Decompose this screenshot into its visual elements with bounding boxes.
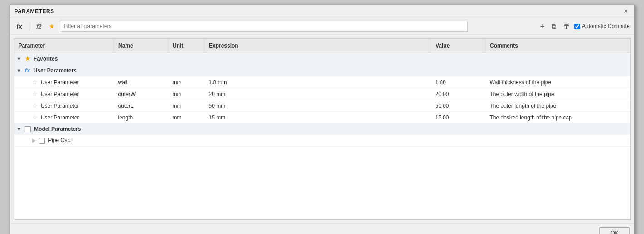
- col-header-parameter: Parameter: [14, 39, 114, 53]
- delete-button[interactable]: 🗑: [561, 21, 572, 31]
- row-unit-1[interactable]: mm: [168, 76, 204, 88]
- pipe-cap-expression: [204, 135, 431, 146]
- filter-input[interactable]: [60, 21, 468, 32]
- favorites-chevron[interactable]: ▼: [17, 56, 22, 62]
- row-expression-4[interactable]: 15 mm: [204, 112, 431, 124]
- table-row: ☆ User Parameter outerL mm 50 mm 50.00 T…: [14, 100, 630, 112]
- col-header-expression: Expression: [204, 39, 431, 53]
- row-comments-2[interactable]: The outer width of the pipe: [485, 88, 630, 100]
- row-value-3: 50.00: [431, 100, 485, 112]
- user-params-label: User Parameters: [34, 67, 77, 74]
- pipe-cap-label: Pipe Cap: [48, 137, 70, 143]
- row-star-1[interactable]: ☆: [32, 79, 38, 86]
- row-param-label-3: User Parameter: [41, 103, 79, 109]
- row-star-4[interactable]: ☆: [32, 114, 38, 121]
- table-row: ▶ Pipe Cap: [14, 135, 630, 146]
- row-expression-1[interactable]: 1.8 mm: [204, 76, 431, 88]
- fx-button[interactable]: fx: [15, 21, 24, 31]
- user-params-section-row: ▼ fx User Parameters: [14, 65, 630, 76]
- star-filter-icon: ★: [49, 23, 55, 30]
- copy-button[interactable]: ⧉: [549, 21, 559, 32]
- auto-compute-label[interactable]: Automatic Compute: [574, 23, 629, 29]
- fx-icon: fx: [17, 23, 22, 30]
- row-name-3[interactable]: outerL: [114, 100, 168, 112]
- model-params-label: Model Parameters: [34, 126, 81, 132]
- parameters-dialog: PARAMETERS × fx f2 ★ + ⧉ 🗑 Automatic Com…: [10, 5, 635, 234]
- row-unit-3[interactable]: mm: [168, 100, 204, 112]
- row-param-label-4: User Parameter: [41, 115, 79, 121]
- row-comments-1[interactable]: Wall thickness of the pipe: [485, 76, 630, 88]
- row-comments-3[interactable]: The outer length of the pipe: [485, 100, 630, 112]
- content-area: Parameter Name Unit Expression Value Com…: [10, 35, 634, 223]
- dialog-title: PARAMETERS: [15, 8, 54, 14]
- params-table-wrapper: Parameter Name Unit Expression Value Com…: [14, 38, 631, 220]
- delete-icon: 🗑: [563, 23, 570, 30]
- row-star-2[interactable]: ☆: [32, 91, 38, 97]
- row-value-1: 1.80: [431, 76, 485, 88]
- close-button[interactable]: ×: [622, 8, 629, 15]
- table-row: ☆ User Parameter wall mm 1.8 mm 1.80 Wal…: [14, 76, 630, 88]
- pipe-cap-value: [431, 135, 485, 146]
- favorites-section-row: ▼ ★ Favorites: [14, 53, 630, 65]
- toolbar-right: + ⧉ 🗑 Automatic Compute: [537, 21, 630, 32]
- add-button[interactable]: +: [537, 21, 547, 32]
- row-parameter-2: ☆ User Parameter: [14, 88, 114, 100]
- model-params-chevron[interactable]: ▼: [17, 126, 22, 132]
- row-name-4[interactable]: length: [114, 112, 168, 124]
- row-unit-4[interactable]: mm: [168, 112, 204, 124]
- table-row: ☆ User Parameter length mm 15 mm 15.00 T…: [14, 112, 630, 124]
- pipe-cap-checkbox-icon: [39, 138, 45, 144]
- row-name-1[interactable]: wall: [114, 76, 168, 88]
- table-row: ☆ User Parameter outerW mm 20 mm 20.00 T…: [14, 88, 630, 100]
- star-filter-button[interactable]: ★: [47, 21, 57, 31]
- favorites-label: Favorites: [34, 56, 58, 62]
- row-parameter-4: ☆ User Parameter: [14, 112, 114, 124]
- auto-compute-checkbox[interactable]: [574, 24, 580, 29]
- row-unit-2[interactable]: mm: [168, 88, 204, 100]
- copy-icon: ⧉: [552, 23, 556, 30]
- row-expression-2[interactable]: 20 mm: [204, 88, 431, 100]
- auto-compute-text: Automatic Compute: [582, 23, 629, 29]
- row-comments-4[interactable]: The desired length of the pipe cap: [485, 112, 630, 124]
- col-header-unit: Unit: [168, 39, 204, 53]
- row-name-2[interactable]: outerW: [114, 88, 168, 100]
- row-value-2: 20.00: [431, 88, 485, 100]
- col-header-value: Value: [431, 39, 485, 53]
- col-header-comments: Comments: [485, 39, 630, 53]
- f2-button[interactable]: f2: [34, 21, 44, 31]
- row-star-3[interactable]: ☆: [32, 102, 38, 109]
- col-header-name: Name: [114, 39, 168, 53]
- row-expression-3[interactable]: 50 mm: [204, 100, 431, 112]
- user-params-chevron[interactable]: ▼: [17, 68, 22, 73]
- toolbar: fx f2 ★ + ⧉ 🗑 Automatic Compute: [10, 18, 634, 35]
- title-bar: PARAMETERS ×: [10, 5, 634, 18]
- pipe-cap-row: ▶ Pipe Cap: [14, 135, 114, 146]
- row-parameter-1: ☆ User Parameter: [14, 76, 114, 88]
- pipe-cap-name: [114, 135, 168, 146]
- model-params-section-row: ▼ Model Parameters: [14, 124, 630, 135]
- f2-icon: f2: [36, 23, 42, 30]
- favorites-section-cell: ▼ ★ Favorites: [14, 53, 630, 65]
- toolbar-separator: [29, 22, 29, 31]
- user-params-section-cell: ▼ fx User Parameters: [14, 65, 630, 76]
- model-params-section-cell: ▼ Model Parameters: [14, 124, 630, 135]
- pipe-cap-comments: [485, 135, 630, 146]
- row-param-label-1: User Parameter: [41, 79, 79, 86]
- row-value-4: 15.00: [431, 112, 485, 124]
- ok-button[interactable]: OK: [599, 227, 629, 234]
- row-parameter-3: ☆ User Parameter: [14, 100, 114, 112]
- model-params-checkbox-icon: [25, 126, 31, 132]
- footer: OK: [10, 223, 634, 234]
- table-header-row: Parameter Name Unit Expression Value Com…: [14, 39, 630, 53]
- params-table: Parameter Name Unit Expression Value Com…: [14, 39, 630, 147]
- pipe-cap-chevron[interactable]: ▶: [32, 138, 36, 143]
- pipe-cap-unit: [168, 135, 204, 146]
- fx-section-icon: fx: [25, 67, 30, 74]
- row-param-label-2: User Parameter: [41, 91, 79, 97]
- favorites-star-icon: ★: [25, 55, 30, 62]
